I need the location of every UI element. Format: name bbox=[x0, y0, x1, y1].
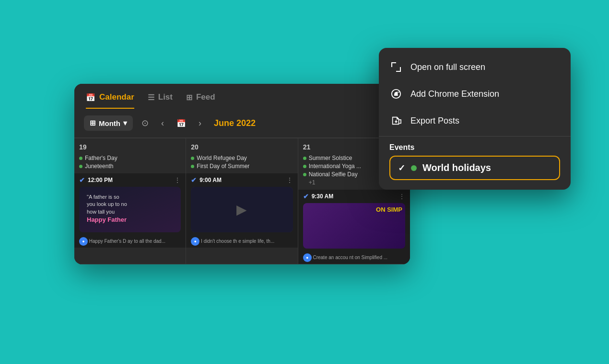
export-icon bbox=[389, 114, 403, 127]
post-card-19: ✔ 12:00 PM ⋮ "A father is soyou look up … bbox=[74, 173, 186, 248]
fullscreen-icon bbox=[389, 60, 403, 74]
calendar-icon: 📅 bbox=[86, 93, 95, 102]
post-more-icon-19[interactable]: ⋮ bbox=[174, 176, 181, 184]
chrome-icon bbox=[389, 87, 403, 101]
tab-list[interactable]: ☰ List bbox=[148, 92, 173, 109]
post-time-20: ✔ 9:00 AM bbox=[191, 176, 222, 184]
holiday-dot bbox=[303, 165, 306, 168]
prev-month-button[interactable]: ‹ bbox=[157, 116, 168, 130]
calendar-grid: 19 Father's Day Juneteenth ✔ 12:00 PM bbox=[74, 138, 410, 264]
menu-divider bbox=[379, 136, 571, 136]
post-footer-20: ● I didn't choose th e simple life, th..… bbox=[186, 237, 297, 248]
day-number-19: 19 bbox=[79, 143, 181, 151]
list-icon: ☰ bbox=[148, 93, 154, 102]
calendar-toolbar: ⊞ Month ▾ ⊙ ‹ 📅 › June 2022 bbox=[74, 109, 410, 138]
world-holidays-label: World holidays bbox=[422, 162, 491, 173]
video-placeholder: ▶ bbox=[236, 202, 247, 217]
menu-item-chrome-extension[interactable]: Add Chrome Extension bbox=[379, 80, 571, 107]
tab-feed[interactable]: ⊞ Feed bbox=[186, 92, 215, 109]
avatar-small: ● bbox=[79, 237, 88, 246]
menu-item-export[interactable]: Export Posts bbox=[379, 107, 571, 134]
holiday-dot bbox=[191, 165, 194, 168]
avatar-small: ● bbox=[303, 253, 312, 262]
holiday-dot bbox=[79, 157, 82, 160]
grid-icon: ⊞ bbox=[90, 119, 96, 127]
target-icon[interactable]: ⊙ bbox=[138, 116, 152, 130]
feed-icon: ⊞ bbox=[186, 93, 192, 102]
avatar-small: ● bbox=[191, 237, 199, 246]
post-footer-19: ● Happy Father's D ay to all the dad... bbox=[74, 237, 186, 248]
menu-item-fullscreen[interactable]: Open on full screen bbox=[379, 54, 571, 80]
page-background: 📅 Calendar ☰ List ⊞ Feed ⊞ Month ▾ ⊙ ‹ 📅… bbox=[0, 0, 609, 364]
check-icon: ✔ bbox=[79, 176, 85, 184]
post-content-19: "A father is soyou look up to nohow tall… bbox=[79, 187, 181, 232]
check-icon: ✔ bbox=[303, 193, 309, 200]
tab-calendar[interactable]: 📅 Calendar bbox=[86, 92, 134, 109]
chevron-down-icon: ▾ bbox=[123, 119, 127, 127]
month-selector-button[interactable]: ⊞ Month ▾ bbox=[84, 115, 133, 131]
month-year-display: June 2022 bbox=[214, 118, 256, 128]
world-holidays-dot bbox=[411, 165, 417, 171]
post-card-20: ✔ 9:00 AM ⋮ ▶ ● I didn't choose th e sim… bbox=[186, 173, 297, 248]
on-simp-text: ON SIMP bbox=[376, 206, 402, 213]
dropdown-menu: Open on full screen Add Chrome Extension bbox=[379, 48, 571, 190]
holiday-juneteenth: Juneteenth bbox=[79, 163, 181, 170]
post-time-21: ✔ 9:30 AM bbox=[303, 193, 334, 200]
post-more-icon-20[interactable]: ⋮ bbox=[286, 176, 293, 184]
post-footer-21: ● Create an accou nt on Simplified ... bbox=[298, 253, 410, 264]
calendar-nav-icon: 📅 bbox=[173, 117, 190, 130]
holiday-dot bbox=[191, 157, 194, 160]
holiday-first-summer: First Day of Summer bbox=[191, 163, 293, 170]
events-section-label: Events bbox=[389, 143, 560, 152]
post-content-20: ▶ bbox=[191, 187, 293, 232]
post-more-icon-21[interactable]: ⋮ bbox=[398, 193, 405, 200]
holiday-dot bbox=[303, 157, 306, 160]
post-card-21: ✔ 9:30 AM ⋮ ON SIMP ● Create an accou nt… bbox=[298, 190, 410, 264]
post-quote-text: "A father is soyou look up to nohow tall… bbox=[83, 191, 177, 227]
day-cell-19: 19 Father's Day Juneteenth ✔ 12:00 PM bbox=[74, 138, 186, 264]
tabs-bar: 📅 Calendar ☰ List ⊞ Feed bbox=[74, 84, 410, 109]
calendar-card: 📅 Calendar ☰ List ⊞ Feed ⊞ Month ▾ ⊙ ‹ 📅… bbox=[74, 84, 410, 264]
post-pink-text: Happy Father bbox=[87, 216, 127, 223]
day-cell-20: 20 World Refugee Day First Day of Summer… bbox=[186, 138, 298, 264]
events-section: Events ✓ World holidays bbox=[379, 138, 571, 184]
holiday-dot bbox=[79, 165, 82, 168]
day-number-20: 20 bbox=[191, 143, 293, 151]
post-purple-bg: ON SIMP bbox=[303, 203, 405, 249]
post-time-19: ✔ 12:00 PM bbox=[79, 176, 113, 184]
next-month-button[interactable]: › bbox=[195, 116, 205, 130]
world-holidays-item[interactable]: ✓ World holidays bbox=[389, 156, 560, 180]
post-content-21: ON SIMP bbox=[303, 203, 405, 249]
holiday-dot bbox=[303, 173, 306, 176]
holiday-fathers-day: Father's Day bbox=[79, 155, 181, 161]
holiday-refugee-day: World Refugee Day bbox=[191, 155, 293, 161]
check-icon: ✔ bbox=[191, 176, 197, 184]
post-dark-bg: ▶ bbox=[191, 187, 293, 232]
world-holidays-checkmark: ✓ bbox=[398, 163, 405, 173]
